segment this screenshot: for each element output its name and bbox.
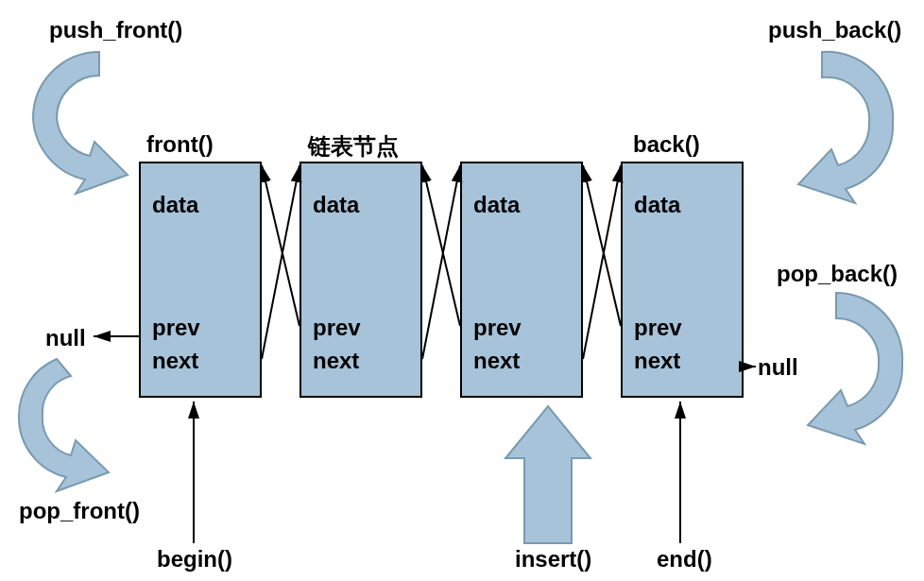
node-field-prev: prev <box>634 315 682 341</box>
node-field-next: next <box>313 348 359 374</box>
node-field-prev: prev <box>473 315 522 341</box>
label-push-back: push_back() <box>768 17 901 43</box>
label-null-left: null <box>45 325 86 351</box>
list-node: data prev next <box>460 162 583 398</box>
label-back: back() <box>633 131 700 158</box>
label-front: front() <box>146 131 214 158</box>
svg-line-3 <box>422 165 460 326</box>
node-field-next: next <box>152 348 198 374</box>
node-field-data: data <box>313 192 359 218</box>
label-insert: insert() <box>515 546 591 572</box>
svg-line-2 <box>422 165 460 359</box>
node-field-next: next <box>473 348 520 374</box>
label-node-title: 链表节点 <box>308 131 399 162</box>
label-pop-front: pop_front() <box>19 498 140 524</box>
svg-line-1 <box>262 165 299 326</box>
list-node: data prev next <box>139 162 262 398</box>
label-push-front: push_front() <box>49 17 182 43</box>
list-node: data prev next <box>621 162 744 398</box>
node-field-data: data <box>473 192 520 218</box>
node-field-prev: prev <box>152 315 200 341</box>
label-end: end() <box>657 546 712 572</box>
label-begin: begin() <box>157 546 232 572</box>
node-field-next: next <box>634 348 680 374</box>
svg-line-4 <box>583 165 621 359</box>
label-pop-back: pop_back() <box>777 261 898 287</box>
linked-list-diagram: push_front() push_back() front() 链表节点 ba… <box>0 0 924 581</box>
node-field-prev: prev <box>313 315 361 341</box>
list-node: data prev next <box>299 162 422 398</box>
svg-line-5 <box>583 165 621 326</box>
label-null-right: null <box>758 354 798 381</box>
svg-line-0 <box>262 165 299 359</box>
node-field-data: data <box>152 192 198 218</box>
node-field-data: data <box>634 192 680 218</box>
